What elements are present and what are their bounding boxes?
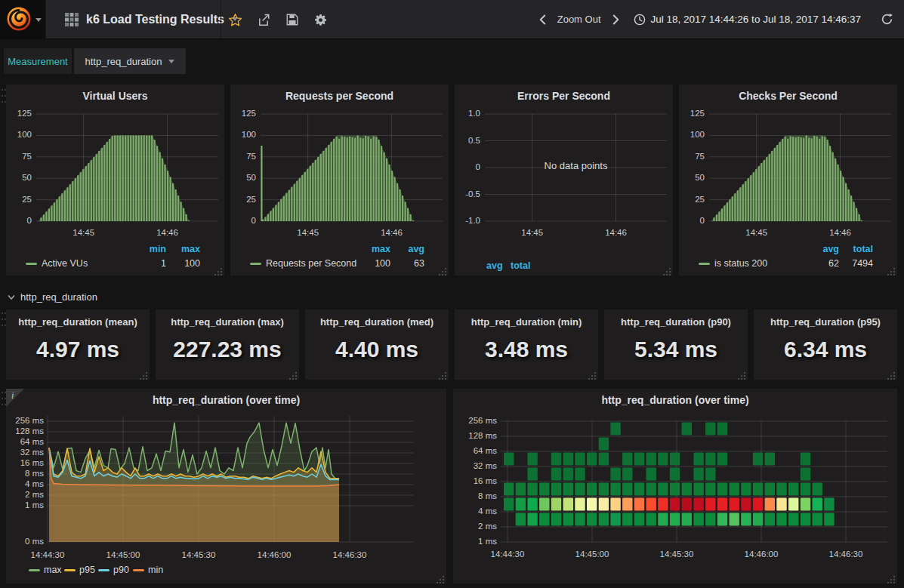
- axis-tick-label: 125: [6, 109, 32, 118]
- time-range-text: Jul 18, 2017 14:44:26 to Jul 18, 2017 14…: [651, 14, 861, 25]
- heatmap-cell: [527, 468, 537, 481]
- legend-header[interactable]: max: [155, 244, 200, 254]
- measurement-variable-dropdown[interactable]: http_req_duration: [74, 48, 186, 74]
- heatmap-cell: [658, 513, 668, 526]
- panel-stat-6: http_req_duration (p95)6.34 ms: [754, 309, 897, 380]
- time-range-picker[interactable]: Jul 18, 2017 14:44:26 to Jul 18, 2017 14…: [634, 14, 861, 26]
- logo-dropdown-caret[interactable]: [35, 18, 42, 22]
- panel-stat-4: http_req_duration (min)3.48 ms: [455, 309, 598, 380]
- axis-tick-label: -1.0: [455, 216, 480, 225]
- heatmap-cell: [516, 513, 526, 526]
- heatmap-cell: [587, 498, 597, 511]
- row-collapse-toggle[interactable]: http_req_duration: [8, 291, 97, 303]
- panel-resize-handle[interactable]: [588, 370, 597, 378]
- stat-panel-title[interactable]: http_req_duration (med): [305, 316, 449, 328]
- legend-series-label[interactable]: max: [44, 565, 62, 575]
- heatmap-cell: [575, 498, 585, 511]
- heatmap-cell: [563, 513, 573, 526]
- heatmap-cell: [801, 483, 810, 496]
- heatmap-cell: [563, 468, 573, 481]
- axis-tick-label: 1 ms: [6, 500, 44, 509]
- heatmap-cell: [539, 498, 549, 511]
- legend-series-label[interactable]: p95: [79, 565, 95, 575]
- legend-series-label[interactable]: min: [148, 565, 163, 575]
- axis-tick-label: 14:44:30: [481, 550, 534, 559]
- stat-panel-title[interactable]: http_req_duration (min): [455, 316, 598, 328]
- heatmap-cell: [753, 453, 763, 466]
- axis-tick-label: 125: [679, 109, 705, 118]
- grafana-logo[interactable]: [0, 0, 45, 38]
- axis-tick-label: 16 ms: [6, 458, 44, 467]
- heatmap-cell: [610, 423, 620, 436]
- heatmap-cell: [658, 498, 668, 511]
- heatmap-cell: [575, 453, 585, 466]
- panel-resize-handle[interactable]: [289, 370, 298, 378]
- dashboard-title-button[interactable]: k6 Load Testing Results: [53, 0, 238, 38]
- heatmap-cell: [801, 513, 810, 526]
- grafana-logo-icon: [5, 5, 32, 32]
- stat-panel-title[interactable]: http_req_duration (p90): [604, 316, 748, 328]
- row-drag-handle[interactable]: [1, 88, 7, 107]
- panel-resize-handle[interactable]: [140, 370, 148, 378]
- heatmap-cell: [753, 498, 763, 511]
- legend-header[interactable]: total: [511, 260, 541, 271]
- panel-errors-per-second: Errors Per Second1.00.50-0.5-1.014:4514:…: [455, 85, 673, 276]
- heatmap-cell: [682, 423, 692, 436]
- axis-tick-label: 4 ms: [453, 506, 497, 516]
- heatmap-cell: [705, 423, 715, 436]
- axis-tick-label: 14:45: [506, 228, 559, 237]
- axis-tick-label: 14:46: [366, 228, 418, 237]
- legend-header[interactable]: avg: [379, 244, 424, 254]
- panel-resize-handle[interactable]: [439, 370, 447, 378]
- share-button[interactable]: [255, 11, 272, 28]
- heatmap-cell: [741, 498, 751, 511]
- heatmap-cell: [622, 498, 632, 511]
- heatmap-cell: [610, 483, 620, 496]
- row-drag-handle[interactable]: [1, 390, 7, 410]
- time-forward-chevron[interactable]: [612, 14, 620, 26]
- heatmap-cell: [765, 513, 775, 526]
- stat-panel-title[interactable]: http_req_duration (p95): [754, 316, 897, 328]
- legend-series-label[interactable]: p90: [113, 565, 129, 575]
- stat-panel-title[interactable]: http_req_duration (mean): [6, 316, 150, 328]
- dashboard-title: k6 Load Testing Results: [86, 13, 224, 26]
- axis-tick-label: -0.5: [455, 189, 480, 199]
- legend-header[interactable]: total: [828, 244, 873, 254]
- legend-series-value: 100: [155, 258, 200, 269]
- axis-tick-label: 14:46: [814, 228, 867, 237]
- panel-resize-handle[interactable]: [738, 370, 746, 378]
- axis-tick-label: 0: [230, 216, 256, 225]
- heatmap-cell: [634, 498, 644, 511]
- save-button[interactable]: [284, 11, 301, 28]
- panel-resize-handle[interactable]: [887, 370, 896, 378]
- heatmap-cell: [693, 513, 703, 526]
- axis-tick-label: 14:45:00: [97, 550, 150, 559]
- heatmap-cell: [575, 468, 585, 481]
- axis-tick-label: 32 ms: [6, 448, 44, 457]
- axis-tick-label: 256 ms: [6, 416, 44, 425]
- heatmap-cell: [741, 483, 751, 496]
- clock-icon: [634, 14, 646, 26]
- settings-button[interactable]: [312, 11, 329, 28]
- heatmap-cell: [610, 513, 620, 526]
- heatmap-cell: [753, 483, 763, 496]
- time-back-chevron[interactable]: [538, 14, 547, 26]
- panel-stat-1: http_req_duration (mean)4.97 ms: [6, 309, 150, 380]
- stat-panel-title[interactable]: http_req_duration (max): [156, 316, 299, 328]
- axis-tick-label: 14:45: [57, 228, 110, 237]
- row-drag-handle[interactable]: [1, 311, 7, 331]
- legend-series-label[interactable]: is status 200: [714, 258, 767, 269]
- dashboard-grid-icon: [65, 13, 79, 26]
- zoom-out-button[interactable]: Zoom Out: [557, 14, 601, 25]
- grafana-dashboard: k6 Load Testing Results: [0, 0, 904, 588]
- stat-panel-value: 4.40 ms: [305, 337, 449, 362]
- heatmap-cell: [646, 453, 656, 466]
- star-button[interactable]: [227, 11, 243, 28]
- heatmap-cell: [717, 498, 727, 511]
- legend-series-label[interactable]: Requests per Second: [266, 258, 356, 269]
- refresh-button[interactable]: [881, 13, 893, 26]
- heatmap-cell: [730, 498, 739, 511]
- legend-series-label[interactable]: Active VUs: [42, 258, 88, 269]
- heatmap-cell: [658, 453, 668, 466]
- heatmap-cell: [670, 498, 680, 511]
